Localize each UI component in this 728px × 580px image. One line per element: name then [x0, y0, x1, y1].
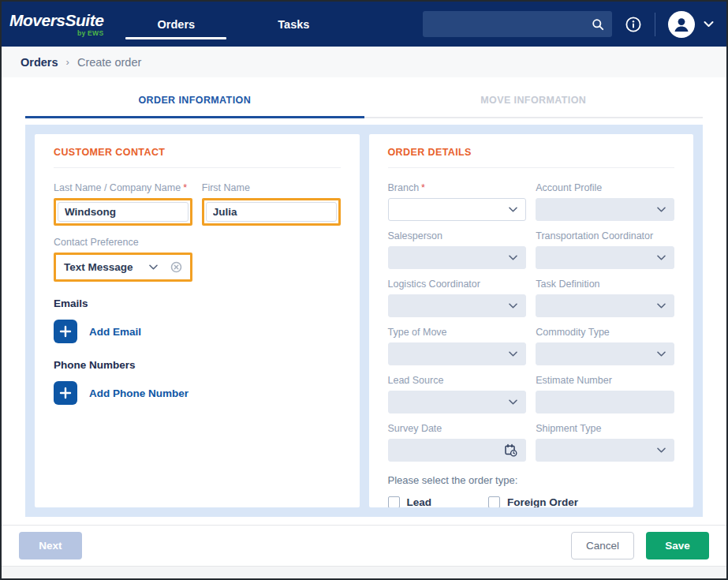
action-bar: Next Cancel Save [2, 525, 726, 566]
tab-move-information-label: MOVE INFORMATION [480, 95, 586, 106]
branch-label: Branch [388, 182, 420, 193]
chevron-down-icon [509, 255, 517, 260]
transportation-coordinator-label: Transportation Coordinator [536, 230, 674, 241]
tab-move-information[interactable]: MOVE INFORMATION [364, 85, 704, 118]
task-definition-field: Task Definition [536, 279, 674, 317]
add-email-button[interactable] [54, 320, 77, 343]
task-definition-select [536, 294, 674, 317]
order-details-grid: Branch* Account Profile Salesperson [388, 182, 675, 462]
commodity-type-label: Commodity Type [536, 327, 674, 338]
shipment-type-select [536, 439, 674, 462]
logistics-coordinator-field: Logistics Coordinator [388, 279, 527, 317]
user-avatar[interactable] [668, 11, 695, 38]
branch-field: Branch* [388, 182, 527, 221]
customer-contact-title: CUSTOMER CONTACT [54, 147, 341, 168]
estimate-number-field: Estimate Number [536, 375, 674, 413]
contact-preference-select[interactable]: Text Message [58, 256, 189, 278]
last-name-input[interactable] [58, 202, 189, 222]
top-nav-bar: MoversSuite by EWS Orders Tasks [2, 2, 726, 47]
emails-heading: Emails [54, 297, 341, 309]
chevron-down-icon [657, 303, 666, 309]
save-button[interactable]: Save [646, 532, 709, 559]
last-name-highlight [54, 198, 192, 226]
page-tabs: ORDER INFORMATION MOVE INFORMATION [25, 85, 703, 118]
branch-select[interactable] [388, 198, 527, 221]
nav-tab-tasks[interactable]: Tasks [250, 2, 337, 47]
add-phone-button[interactable] [54, 381, 77, 405]
commodity-type-field: Commodity Type [536, 327, 674, 365]
commodity-type-select [536, 342, 674, 365]
info-icon[interactable] [625, 16, 642, 33]
contact-preference-label: Contact Preference [54, 237, 192, 248]
salesperson-label: Salesperson [388, 230, 527, 241]
nav-tab-orders-label: Orders [158, 18, 196, 31]
page-content: ORDER INFORMATION MOVE INFORMATION CUSTO… [2, 77, 726, 525]
account-chevron-down-icon[interactable] [704, 21, 714, 28]
chevron-down-icon [149, 264, 158, 270]
survey-date-field: Survey Date [388, 423, 527, 462]
salesperson-field: Salesperson [388, 230, 527, 269]
contact-preference-field: Contact Preference Text Message [54, 237, 192, 282]
global-search[interactable] [423, 11, 612, 37]
order-details-title: ORDER DETAILS [388, 147, 675, 168]
transportation-coordinator-select [536, 246, 674, 269]
search-input[interactable] [431, 18, 592, 30]
shipment-type-field: Shipment Type [536, 423, 674, 462]
checkbox-foreign-order[interactable]: Foreign Order [488, 496, 578, 507]
calendar-clock-icon [504, 443, 517, 457]
chevron-down-icon [509, 399, 517, 405]
first-name-input[interactable] [206, 202, 337, 222]
chevron-down-icon [657, 351, 666, 357]
required-asterisk: * [421, 182, 425, 193]
nav-tab-orders[interactable]: Orders [125, 2, 226, 47]
bottom-strip [2, 566, 726, 578]
header-divider [655, 13, 655, 36]
app-window: MoversSuite by EWS Orders Tasks [0, 0, 728, 580]
form-panel: CUSTOMER CONTACT Last Name / Company Nam… [25, 125, 703, 517]
chevron-down-icon [657, 447, 666, 453]
checkbox-lead[interactable]: Lead [388, 496, 432, 507]
search-icon[interactable] [592, 18, 604, 31]
first-name-label: First Name [202, 182, 341, 193]
order-details-card: ORDER DETAILS Branch* Account Profile [369, 134, 694, 507]
logistics-coordinator-select [388, 294, 527, 317]
type-of-move-label: Type of Move [388, 327, 527, 338]
name-row: Last Name / Company Name* First Name [54, 182, 341, 226]
account-profile-field: Account Profile [536, 182, 674, 221]
add-phone-row: Add Phone Number [54, 381, 341, 405]
phone-numbers-heading: Phone Numbers [54, 359, 341, 371]
last-name-field: Last Name / Company Name* [54, 182, 192, 226]
last-name-label: Last Name / Company Name [54, 182, 181, 193]
lead-source-field: Lead Source [388, 375, 527, 413]
estimate-number-label: Estimate Number [536, 375, 674, 386]
breadcrumb: Orders › Create order [2, 47, 726, 77]
lead-source-label: Lead Source [388, 375, 527, 386]
checkbox-box[interactable] [388, 496, 400, 507]
breadcrumb-orders[interactable]: Orders [21, 56, 58, 69]
first-name-highlight [202, 198, 341, 226]
type-of-move-select [388, 342, 527, 365]
type-of-move-field: Type of Move [388, 327, 527, 365]
lead-source-select [388, 391, 527, 413]
chevron-down-icon [509, 303, 517, 309]
checkbox-box[interactable] [488, 496, 500, 507]
chevron-down-icon [509, 207, 517, 212]
next-button[interactable]: Next [19, 532, 82, 559]
add-email-link[interactable]: Add Email [89, 326, 141, 338]
add-phone-link[interactable]: Add Phone Number [89, 387, 189, 399]
breadcrumb-create-order: Create order [77, 56, 141, 69]
task-definition-label: Task Definition [536, 279, 674, 290]
add-email-row: Add Email [54, 320, 341, 343]
nav-tab-tasks-label: Tasks [278, 18, 309, 31]
survey-date-label: Survey Date [388, 423, 527, 434]
chevron-down-icon [657, 207, 666, 212]
checkbox-lead-label: Lead [407, 496, 432, 507]
tab-order-information[interactable]: ORDER INFORMATION [25, 85, 364, 118]
account-profile-select [536, 198, 674, 221]
contact-preference-highlight: Text Message [54, 253, 192, 282]
brand-byline: by EWS [77, 29, 103, 37]
chevron-down-icon [657, 255, 666, 260]
cancel-button[interactable]: Cancel [571, 532, 634, 559]
clear-icon[interactable] [170, 261, 182, 273]
customer-contact-card: CUSTOMER CONTACT Last Name / Company Nam… [35, 134, 360, 507]
